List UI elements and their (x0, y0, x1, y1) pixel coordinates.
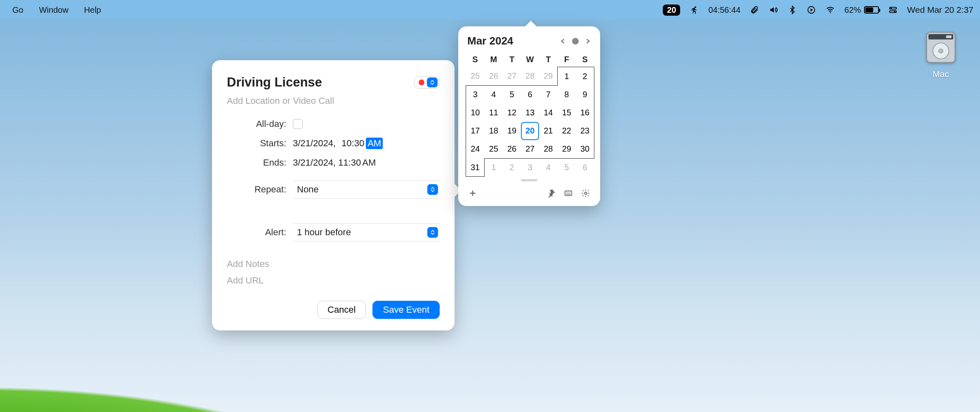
event-title-input[interactable]: Driving License (227, 75, 322, 90)
calendar-day[interactable]: 11 (485, 104, 503, 122)
menubar-uptime[interactable]: 04:56:44 (708, 5, 740, 15)
allday-label: All-day: (227, 119, 293, 129)
desktop-drive-label[interactable]: Mac (933, 69, 949, 79)
starts-label: Starts: (227, 138, 293, 149)
alert-value: 1 hour before (297, 227, 351, 238)
calendar-day[interactable]: 1 (558, 67, 576, 85)
wifi-icon[interactable] (825, 5, 835, 15)
calendar-day[interactable]: 9 (576, 85, 594, 103)
svg-point-6 (894, 11, 895, 12)
calendar-day[interactable]: 23 (576, 122, 594, 140)
save-event-button[interactable]: Save Event (372, 301, 440, 319)
keyboard-icon[interactable] (564, 189, 573, 199)
notes-input[interactable]: Add Notes (227, 259, 440, 269)
calendar-day[interactable]: 18 (485, 122, 503, 140)
repeat-select[interactable]: None (293, 180, 440, 199)
calendar-day[interactable]: 3 (466, 86, 484, 104)
calendar-day[interactable]: 2 (503, 159, 521, 177)
calendar-day[interactable]: 19 (503, 122, 521, 140)
calendar-day[interactable]: 16 (576, 104, 594, 122)
weekday-header: M (485, 52, 503, 67)
ends-datetime-input[interactable]: 3/21/2024, 11:30 AM (293, 157, 376, 168)
menu-go[interactable]: Go (10, 4, 26, 16)
paperclip-icon[interactable] (749, 5, 759, 15)
calendar-day[interactable]: 29 (539, 67, 557, 85)
allday-checkbox[interactable] (293, 119, 303, 129)
menubar-clock[interactable]: Wed Mar 20 2:37 (907, 5, 973, 15)
svg-point-4 (891, 7, 892, 9)
calendar-day[interactable]: 17 (466, 122, 484, 140)
calendar-day[interactable]: 13 (521, 104, 539, 122)
calendar-day[interactable]: 7 (539, 86, 557, 104)
event-editor-popover: Driving License Add Location or Video Ca… (212, 60, 455, 330)
calendar-day[interactable]: 4 (539, 159, 557, 177)
pin-icon[interactable] (547, 189, 556, 199)
prev-month-button[interactable] (560, 38, 566, 44)
alert-label: Alert: (227, 227, 293, 238)
menu-window[interactable]: Window (37, 4, 71, 16)
control-center-icon[interactable] (888, 5, 898, 15)
calendar-day[interactable]: 26 (503, 140, 521, 158)
alert-select[interactable]: 1 hour before (293, 223, 440, 241)
bluetooth-icon[interactable] (787, 5, 797, 15)
calendar-day[interactable]: 24 (466, 140, 484, 158)
url-input[interactable]: Add URL (227, 275, 440, 286)
calendar-day[interactable]: 8 (558, 85, 576, 103)
calendar-day[interactable]: 5 (558, 159, 576, 177)
svg-rect-12 (565, 191, 572, 196)
calendar-day[interactable]: 14 (539, 104, 557, 122)
cancel-button[interactable]: Cancel (317, 301, 366, 319)
calendar-day[interactable]: 2 (576, 67, 594, 85)
calendar-day[interactable]: 26 (485, 67, 503, 85)
menubar-date-badge[interactable]: 20 (663, 5, 680, 16)
calendar-day[interactable]: 29 (558, 140, 576, 158)
battery-icon (864, 6, 879, 14)
calendar-day[interactable]: 27 (521, 140, 539, 158)
calendar-day[interactable]: 21 (539, 122, 557, 140)
calendar-day[interactable]: 10 (466, 104, 484, 122)
calendar-day[interactable]: 25 (466, 67, 484, 85)
volume-icon[interactable] (768, 5, 778, 15)
menubar: Go Window Help 20 04:56:44 62% W (0, 0, 980, 20)
next-month-button[interactable] (584, 38, 591, 44)
running-icon[interactable] (689, 5, 699, 15)
calendar-day[interactable]: 31 (466, 158, 484, 176)
calendar-grid: SMTWTFS 25262728291234567891011121314151… (466, 52, 594, 177)
today-button[interactable] (572, 38, 579, 44)
calendar-day[interactable]: 1 (485, 159, 503, 177)
calendar-chooser[interactable] (414, 76, 440, 89)
calendar-day[interactable]: 22 (558, 122, 576, 140)
calendar-day[interactable]: 3 (521, 159, 539, 177)
calendar-day[interactable]: 28 (521, 67, 539, 85)
svg-point-0 (695, 7, 696, 8)
calendar-day[interactable]: 27 (503, 67, 521, 85)
calendar-day[interactable]: 4 (485, 86, 503, 104)
weekday-header: T (503, 52, 521, 67)
wallpaper-grass (0, 321, 980, 412)
weekday-header: T (539, 52, 558, 67)
starts-datetime-input[interactable]: 3/21/2024, 10:30 AM (293, 138, 383, 149)
calendar-day[interactable]: 28 (539, 140, 557, 158)
calendar-day[interactable]: 5 (503, 86, 521, 104)
calendar-day[interactable]: 12 (503, 104, 521, 122)
weekday-header: W (521, 52, 539, 67)
add-event-button[interactable] (468, 189, 477, 199)
calendar-day[interactable]: 30 (576, 140, 594, 158)
calendar-day[interactable]: 6 (521, 86, 539, 104)
battery-status[interactable]: 62% (844, 5, 879, 15)
settings-gear-icon[interactable] (581, 189, 590, 199)
calendar-day[interactable]: 15 (558, 104, 576, 122)
calendar-day[interactable]: 6 (576, 159, 594, 177)
calendar-day[interactable]: 25 (485, 140, 503, 158)
menu-help[interactable]: Help (82, 4, 104, 16)
location-input[interactable]: Add Location or Video Call (227, 96, 440, 106)
calendar-day[interactable]: 20 (521, 122, 539, 140)
starts-ampm-selected[interactable]: AM (366, 138, 383, 149)
desktop-drive-icon[interactable] (922, 29, 959, 66)
stepper-icon (427, 184, 438, 195)
weekday-header: S (466, 52, 485, 67)
calendar-color-dot (419, 80, 424, 85)
play-circle-icon[interactable] (806, 5, 816, 15)
drag-handle[interactable] (521, 179, 537, 181)
repeat-value: None (297, 184, 319, 195)
